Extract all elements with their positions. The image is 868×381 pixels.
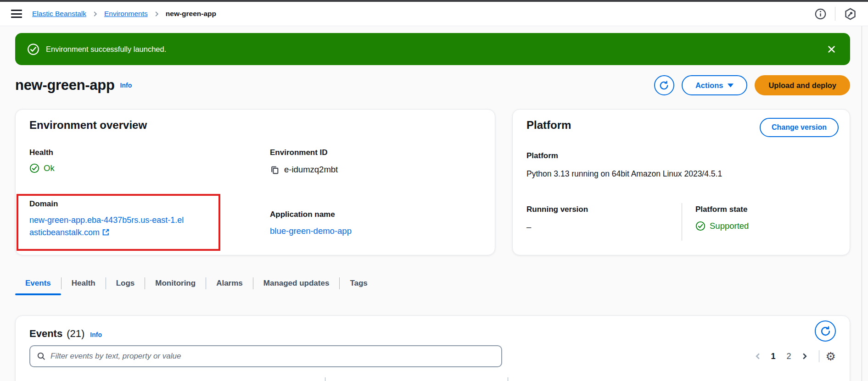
topbar-divider xyxy=(835,7,835,21)
environment-id-label: Environment ID xyxy=(270,148,328,157)
actions-button[interactable]: Actions xyxy=(682,75,748,95)
events-pagination: 1 2 ⚙ xyxy=(750,345,836,367)
copy-icon[interactable] xyxy=(270,165,280,175)
check-circle-icon xyxy=(29,163,39,173)
hamburger-menu-icon[interactable] xyxy=(11,10,22,18)
refresh-icon xyxy=(820,326,831,337)
running-version-label: Running version xyxy=(526,205,588,214)
tab-logs[interactable]: Logs xyxy=(106,271,145,295)
health-label: Health xyxy=(29,148,53,157)
events-title: Events xyxy=(29,328,62,340)
pagination-divider xyxy=(819,350,819,362)
tab-managed-updates[interactable]: Managed updates xyxy=(253,271,340,295)
tab-alarms[interactable]: Alarms xyxy=(206,271,253,295)
events-info-link[interactable]: Info xyxy=(90,331,102,338)
events-panel: Events (21) Info 1 2 ⚙ xyxy=(15,315,850,381)
application-name-label: Application name xyxy=(270,210,335,219)
environment-overview-card: Environment overview Health Ok Domain ne… xyxy=(15,109,495,255)
refresh-icon xyxy=(659,80,669,91)
pagination-next-icon[interactable] xyxy=(797,352,812,360)
tab-tags[interactable]: Tags xyxy=(340,271,377,295)
check-circle-icon xyxy=(27,43,39,55)
platform-state-label: Platform state xyxy=(695,205,747,214)
health-value: Ok xyxy=(29,163,55,173)
refresh-button[interactable] xyxy=(654,75,674,95)
health-status-text: Ok xyxy=(44,163,55,173)
environment-overview-title: Environment overview xyxy=(29,119,147,132)
tab-health[interactable]: Health xyxy=(62,271,106,295)
page-title-info-link[interactable]: Info xyxy=(120,82,132,89)
info-circle-icon[interactable] xyxy=(814,8,827,20)
events-filter-box xyxy=(29,345,502,367)
actions-button-label: Actions xyxy=(695,81,723,90)
column-divider xyxy=(682,203,682,241)
chevron-right-icon xyxy=(92,11,99,17)
environment-id-value: e-idumzq2mbt xyxy=(270,165,338,175)
external-link-icon xyxy=(102,228,110,236)
running-version-value: – xyxy=(526,222,531,232)
tab-monitoring[interactable]: Monitoring xyxy=(145,271,206,295)
application-name-link[interactable]: blue-green-demo-app xyxy=(270,226,352,236)
table-column-divider xyxy=(508,377,508,381)
caret-down-icon xyxy=(728,83,734,88)
pagination-page-1[interactable]: 1 xyxy=(766,352,781,361)
scrollbar[interactable] xyxy=(862,26,868,381)
change-version-button[interactable]: Change version xyxy=(760,118,839,137)
events-filter-input[interactable] xyxy=(50,352,495,361)
platform-card: Platform Change version Platform Python … xyxy=(512,109,850,255)
check-circle-icon xyxy=(695,221,706,231)
domain-link[interactable]: new-green-app.eba-4437b5rs.us-east-1.ela… xyxy=(29,214,188,239)
page-header: new-green-app Info Actions Upload and de… xyxy=(15,73,850,97)
environment-id-text: e-idumzq2mbt xyxy=(284,165,338,175)
platform-state-value: Supported xyxy=(695,221,749,231)
success-banner: Environment successfully launched. xyxy=(15,33,850,65)
search-icon xyxy=(37,352,46,361)
page-title: new-green-app xyxy=(15,77,115,94)
platform-state-text: Supported xyxy=(710,221,749,231)
breadcrumb-current-page: new-green-app xyxy=(166,10,216,18)
platform-card-title: Platform xyxy=(526,119,571,132)
settings-gear-icon[interactable]: ⚙ xyxy=(826,351,836,362)
table-column-divider xyxy=(325,377,325,381)
domain-label: Domain xyxy=(29,199,58,209)
upload-button-label: Upload and deploy xyxy=(768,81,836,90)
breadcrumb: Elastic Beanstalk Environments new-green… xyxy=(32,10,216,18)
platform-value: Python 3.13 running on 64bit Amazon Linu… xyxy=(526,169,722,179)
platform-label: Platform xyxy=(526,151,558,160)
tab-events[interactable]: Events xyxy=(15,271,61,295)
top-navigation-bar: Elastic Beanstalk Environments new-green… xyxy=(0,2,868,26)
cloudshell-hexagon-icon[interactable] xyxy=(844,7,857,21)
chevron-right-icon xyxy=(153,11,160,17)
banner-message: Environment successfully launched. xyxy=(46,45,166,54)
breadcrumb-elastic-beanstalk[interactable]: Elastic Beanstalk xyxy=(32,10,86,18)
upload-and-deploy-button[interactable]: Upload and deploy xyxy=(755,75,850,95)
banner-close-icon[interactable] xyxy=(824,42,838,56)
events-refresh-button[interactable] xyxy=(815,320,836,342)
breadcrumb-environments[interactable]: Environments xyxy=(104,10,148,18)
environment-tabs: Events Health Logs Monitoring Alarms Man… xyxy=(15,271,378,295)
pagination-previous-icon[interactable] xyxy=(750,352,766,360)
pagination-page-2[interactable]: 2 xyxy=(781,352,797,361)
events-count: (21) xyxy=(67,328,84,340)
